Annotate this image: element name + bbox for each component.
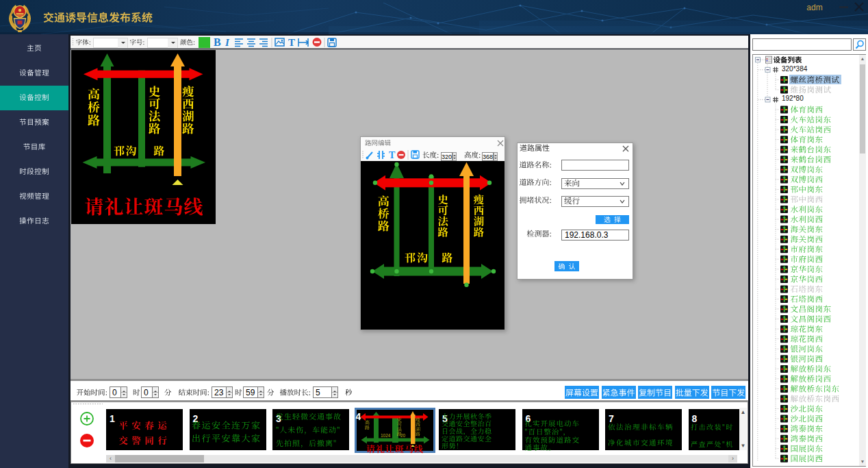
- svg-text:B: B: [214, 36, 221, 48]
- svg-text:I: I: [225, 37, 230, 48]
- svg-text:T: T: [389, 150, 396, 160]
- svg-text:T: T: [288, 37, 295, 48]
